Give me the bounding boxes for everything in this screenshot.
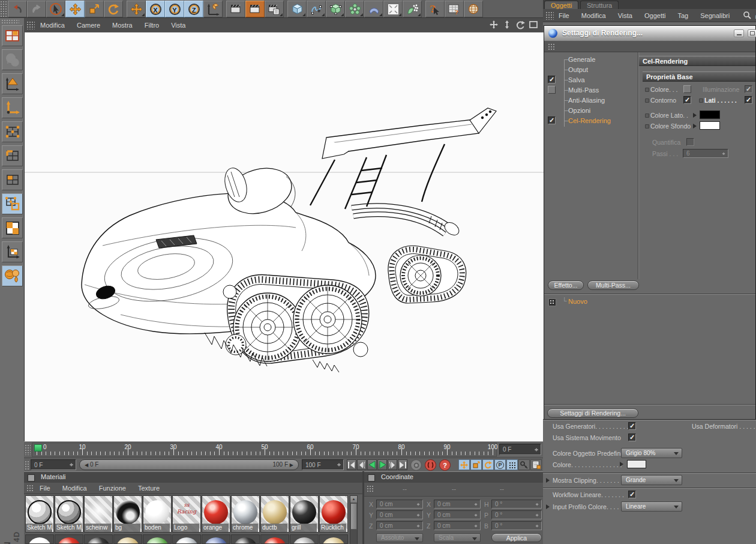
tree-item-generale[interactable]: Generale	[568, 56, 595, 63]
world-coordinates-button[interactable]	[2, 49, 23, 70]
contorno-checkbox[interactable]: ✓	[683, 96, 691, 104]
coord-field-pos-z[interactable]: 0 cm	[376, 521, 423, 530]
colore-oggetto-select[interactable]: Grigio 80%	[621, 448, 682, 458]
frame-spinner[interactable]: 0 F	[499, 444, 541, 455]
minimize-button[interactable]	[734, 29, 744, 37]
coord-field-rot-p[interactable]: 0 °	[491, 510, 542, 519]
panel-icon[interactable]	[368, 474, 375, 482]
scroll-thumb[interactable]	[350, 503, 357, 530]
tree-item-multipass[interactable]: Multi-Pass	[568, 86, 599, 94]
effetto-button[interactable]: Effetto...	[548, 280, 584, 290]
add-stage-button[interactable]	[383, 1, 403, 17]
make-editable-button[interactable]	[2, 25, 23, 46]
material-item[interactable]: Sketch M	[55, 495, 83, 533]
viewport-menu-filtro[interactable]: Filtro	[145, 22, 159, 29]
material-item[interactable]: scheinw	[84, 495, 113, 533]
material-item[interactable]	[172, 534, 201, 544]
lock-x-button[interactable]: X	[146, 1, 165, 17]
coord-scale-select[interactable]: Scala	[434, 533, 481, 542]
menu-segnalibri[interactable]: Segnalibri	[700, 12, 730, 19]
material-item[interactable]	[143, 534, 172, 544]
coord-field-rot-b[interactable]: 0 °	[491, 521, 542, 530]
move-axis-button[interactable]	[127, 1, 146, 17]
tab-oggetti[interactable]: Oggetti	[544, 1, 578, 10]
material-item[interactable]: ductb	[260, 495, 289, 533]
tree-item-antialiasing[interactable]: Anti-Aliasing	[568, 97, 605, 104]
viewport-rotate-icon[interactable]	[515, 20, 525, 29]
lock-y-button[interactable]: Y	[165, 1, 184, 17]
colore-sfondo-expander[interactable]	[693, 124, 699, 128]
material-item[interactable]	[202, 534, 230, 544]
apply-button[interactable]: Applica	[491, 533, 542, 542]
record-rotation-toggle[interactable]	[482, 459, 494, 470]
viewport-menu-handle[interactable]	[26, 21, 35, 29]
material-item[interactable]: boden	[143, 495, 172, 533]
coord-field-scale-x[interactable]: 0 cm	[434, 500, 481, 509]
menu-modifica[interactable]: Modifica	[581, 12, 606, 19]
material-item[interactable]	[290, 534, 319, 544]
multipass-checkbox[interactable]	[548, 86, 556, 94]
panel-drag-handle[interactable]	[545, 11, 554, 20]
tab-struttura[interactable]: Struttura	[580, 1, 619, 10]
coord-field-scale-z[interactable]: 0 cm	[434, 521, 481, 530]
tree-splitter[interactable]	[638, 52, 639, 279]
render-picture-viewer-button[interactable]	[245, 1, 265, 17]
menu-oggetti[interactable]: Oggetti	[644, 12, 665, 19]
help-pointer-button[interactable]: ?	[425, 1, 445, 17]
scroll-up-button[interactable]: ▲	[350, 496, 357, 503]
coord-mode-select[interactable]: Assoluto	[376, 533, 423, 542]
render-view-button[interactable]	[226, 1, 245, 17]
tree-item-salva[interactable]: Salva	[568, 76, 585, 83]
prev-key-button[interactable]	[357, 459, 367, 470]
material-item[interactable]: chrome	[231, 495, 260, 533]
viewport-menu-camere[interactable]: Camere	[77, 22, 100, 29]
add-array-button[interactable]	[345, 1, 364, 17]
add-cube-button[interactable]	[287, 1, 307, 17]
coordinate-menu-handle[interactable]	[367, 485, 374, 493]
spinner-arrows-icon[interactable]	[535, 446, 539, 453]
record-scale-toggle[interactable]	[470, 459, 482, 470]
material-item[interactable]: Rücklich	[319, 495, 348, 533]
effect-item-nuovo[interactable]: Nuovo	[568, 298, 587, 305]
project-settings-button[interactable]	[530, 459, 542, 470]
coord-field-pos-x[interactable]: 0 cm	[376, 500, 423, 509]
object-axis-mode-button[interactable]	[2, 97, 23, 118]
material-item[interactable]	[25, 534, 54, 544]
materials-menu-handle[interactable]	[26, 485, 34, 492]
materials-menu-file[interactable]: File	[40, 485, 50, 492]
quantifica-checkbox[interactable]	[686, 138, 694, 146]
edit-render-settings-button[interactable]	[265, 1, 284, 17]
edges-mode-button[interactable]	[2, 145, 23, 166]
command-palette-button[interactable]: ?	[445, 1, 464, 17]
salva-checkbox[interactable]: ✓	[548, 76, 556, 83]
current-frame-field[interactable]: 0 F	[31, 459, 76, 470]
materials-scrollbar[interactable]: ▲	[350, 495, 358, 544]
viewport-canvas[interactable]	[24, 32, 544, 441]
toolbar-drag-handle[interactable]	[0, 1, 8, 17]
goto-start-button[interactable]	[347, 459, 356, 470]
input-profilo-select[interactable]: Lineare	[621, 501, 682, 512]
add-particles-button[interactable]	[403, 1, 422, 17]
model-mode-button[interactable]	[2, 73, 23, 94]
mostra-clipping-expander[interactable]	[546, 478, 552, 483]
colore-lato-swatch[interactable]	[700, 110, 720, 119]
timeline-handle[interactable]	[25, 444, 31, 455]
celrendering-checkbox[interactable]: ✓	[548, 116, 556, 124]
move-tool-button[interactable]	[65, 1, 85, 17]
colore-lato-expander[interactable]	[693, 113, 699, 118]
materials-menu-texture[interactable]: Texture	[138, 485, 160, 492]
texture-mode-button[interactable]	[2, 217, 23, 238]
texture-axis-mode-button[interactable]	[2, 241, 23, 262]
tree-item-opzioni[interactable]: Opzioni	[568, 107, 590, 114]
autokey-button[interactable]	[410, 459, 422, 471]
coordinate-system-button[interactable]	[203, 1, 223, 17]
material-item[interactable]: grill	[290, 495, 319, 533]
material-item[interactable]	[55, 534, 83, 544]
menu-vista[interactable]: Vista	[618, 12, 632, 19]
materials-menu-funzione[interactable]: Funzione	[99, 485, 126, 492]
material-item[interactable]	[260, 534, 289, 544]
usa-generatori-checkbox[interactable]: ✓	[628, 422, 636, 430]
tree-item-output[interactable]: Output	[568, 66, 588, 73]
live-selection-button[interactable]	[46, 1, 65, 17]
mostra-clipping-select[interactable]: Grande	[621, 475, 682, 485]
